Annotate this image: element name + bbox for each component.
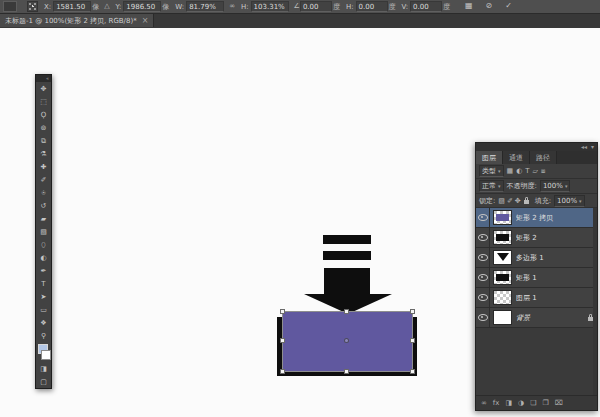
transform-handle-bottom-center[interactable]	[344, 369, 349, 374]
layer-row[interactable]: 图层 1	[476, 288, 597, 308]
tools-panel-header[interactable]: «	[36, 75, 51, 82]
arrow-dash-middle	[323, 251, 371, 260]
filter-pixel-layers-icon[interactable]: ▦	[507, 167, 514, 175]
delete-layer-icon[interactable]: ⌧	[555, 399, 563, 407]
warp-mode-icon[interactable]: ▦	[465, 1, 473, 10]
fill-dropdown[interactable]: 100%▾	[554, 195, 585, 207]
layers-panel: ◂◂ ▾ 图层通道路径 类型▾ ▦◐T▱⧈ 正常▾ 不透明度: 100%▾ 锁定…	[475, 142, 598, 411]
filter-type-layers-icon[interactable]: T	[525, 167, 529, 175]
transform-handle-mid-left[interactable]	[280, 338, 285, 343]
y-input[interactable]: 1986.50	[123, 1, 161, 12]
history-brush-tool[interactable]: ↺	[36, 199, 51, 212]
path-selection-tool[interactable]: ➤	[36, 290, 51, 303]
height-input[interactable]: 103.31%	[251, 1, 289, 12]
relative-position-icon[interactable]: △	[104, 2, 109, 11]
layer-visibility-toggle[interactable]	[476, 288, 490, 307]
panel-tab-2[interactable]: 路径	[530, 151, 557, 164]
eyedropper-tool[interactable]: ⚗	[36, 147, 51, 160]
brush-tool[interactable]: ✐	[36, 173, 51, 186]
reference-point-locator[interactable]	[27, 1, 38, 12]
transform-reference-point[interactable]	[344, 338, 349, 343]
layer-thumbnail[interactable]	[493, 270, 512, 285]
hskew-input[interactable]: 0.00	[356, 1, 388, 12]
cancel-transform-icon[interactable]: ⊘	[486, 1, 493, 10]
transform-handle-bottom-right[interactable]	[410, 369, 415, 374]
move-tool[interactable]: ✥	[36, 82, 51, 95]
layer-row[interactable]: 多边形 1	[476, 248, 597, 268]
new-adjustment-layer-icon[interactable]: ◑	[518, 399, 524, 407]
layer-row[interactable]: 背景	[476, 308, 597, 328]
lasso-tool[interactable]: Ϙ	[36, 108, 51, 121]
pen-tool[interactable]: ✒	[36, 264, 51, 277]
layer-row[interactable]: 矩形 1	[476, 268, 597, 288]
crop-tool[interactable]: ⧉	[36, 134, 51, 147]
hskew-label: H:	[346, 3, 354, 11]
hand-tool[interactable]: ❖	[36, 316, 51, 329]
lock-position-icon[interactable]: ✥	[515, 197, 521, 205]
rectangular-marquee-tool[interactable]: ⬚	[36, 95, 51, 108]
quick-mask-button[interactable]: ◨	[36, 362, 51, 375]
vskew-input[interactable]: 0.00	[410, 1, 442, 12]
link-layers-icon[interactable]: ∞	[481, 399, 487, 407]
layer-thumbnail[interactable]	[493, 250, 512, 265]
layer-visibility-toggle[interactable]	[476, 268, 490, 287]
layer-thumbnail[interactable]	[493, 310, 512, 325]
angle-unit: 度	[333, 2, 340, 12]
new-group-icon[interactable]: ❏	[530, 399, 536, 407]
quick-selection-tool[interactable]: ⊚	[36, 121, 51, 134]
blur-tool[interactable]: ⬯	[36, 238, 51, 251]
layer-thumbnail[interactable]	[493, 290, 512, 305]
panel-tab-1[interactable]: 通道	[503, 151, 530, 164]
dodge-tool[interactable]: ◐	[36, 251, 51, 264]
new-layer-icon[interactable]: ❐	[542, 399, 548, 407]
transform-handle-mid-right[interactable]	[410, 338, 415, 343]
filter-shape-layers-icon[interactable]: ▱	[533, 167, 538, 175]
close-document-icon[interactable]: ×	[142, 16, 149, 25]
width-input[interactable]: 81.79%	[186, 1, 224, 12]
background-color-swatch[interactable]	[41, 350, 51, 360]
layers-scrollbar[interactable]	[593, 208, 597, 395]
clone-stamp-tool[interactable]: ⍟	[36, 186, 51, 199]
layer-style-icon[interactable]: fx	[493, 399, 500, 407]
layer-visibility-toggle[interactable]	[476, 208, 490, 227]
layer-visibility-toggle[interactable]	[476, 228, 490, 247]
layer-visibility-toggle[interactable]	[476, 248, 490, 267]
panel-tab-0[interactable]: 图层	[476, 151, 503, 164]
rectangle-2-copy-shape[interactable]	[283, 312, 412, 371]
eraser-tool[interactable]: ▰	[36, 212, 51, 225]
transform-handle-bottom-left[interactable]	[280, 369, 285, 374]
add-layer-mask-icon[interactable]: ◨	[505, 399, 512, 407]
layer-thumbnail[interactable]	[493, 210, 512, 225]
opacity-dropdown[interactable]: 100%▾	[540, 180, 571, 192]
lock-pixels-icon[interactable]: ✐	[507, 197, 513, 205]
zoom-tool[interactable]: ⚲	[36, 329, 51, 342]
layer-visibility-toggle[interactable]	[476, 308, 490, 327]
eye-icon	[478, 274, 488, 281]
spot-healing-brush-tool[interactable]: ✚	[36, 160, 51, 173]
commit-transform-icon[interactable]: ✓	[505, 1, 512, 10]
layer-row[interactable]: 矩形 2	[476, 228, 597, 248]
screen-mode-button[interactable]: ▢	[36, 375, 51, 388]
angle-input[interactable]: 0.00	[300, 1, 332, 12]
collapse-panel-icon[interactable]: ◂◂	[581, 143, 587, 151]
filter-kind-dropdown[interactable]: 类型▾	[479, 165, 504, 177]
link-dimensions-icon[interactable]: ∞	[229, 2, 235, 11]
transform-handle-top-center[interactable]	[344, 309, 349, 314]
blend-mode-dropdown[interactable]: 正常▾	[479, 180, 504, 192]
tool-preset-picker[interactable]	[3, 1, 17, 12]
document-tab-bar: 未标题-1 @ 100%(矩形 2 拷贝, RGB/8)* ×	[0, 14, 600, 29]
layer-row[interactable]: 矩形 2 拷贝	[476, 208, 597, 228]
lock-all-icon[interactable]	[524, 200, 529, 204]
filter-smart-objects-icon[interactable]: ⧈	[541, 167, 545, 175]
document-tab[interactable]: 未标题-1 @ 100%(矩形 2 拷贝, RGB/8)* ×	[0, 14, 154, 27]
x-input[interactable]: 1581.50	[53, 1, 91, 12]
transform-handle-top-left[interactable]	[280, 309, 285, 314]
type-tool[interactable]: T	[36, 277, 51, 290]
gradient-tool[interactable]: ▧	[36, 225, 51, 238]
rectangle-tool[interactable]: ▭	[36, 303, 51, 316]
panel-menu-icon[interactable]: ▾	[591, 143, 594, 151]
layer-thumbnail[interactable]	[493, 230, 512, 245]
transform-handle-top-right[interactable]	[410, 309, 415, 314]
filter-adjustment-layers-icon[interactable]: ◐	[516, 167, 522, 175]
lock-transparent-icon[interactable]: ▨	[498, 197, 505, 205]
